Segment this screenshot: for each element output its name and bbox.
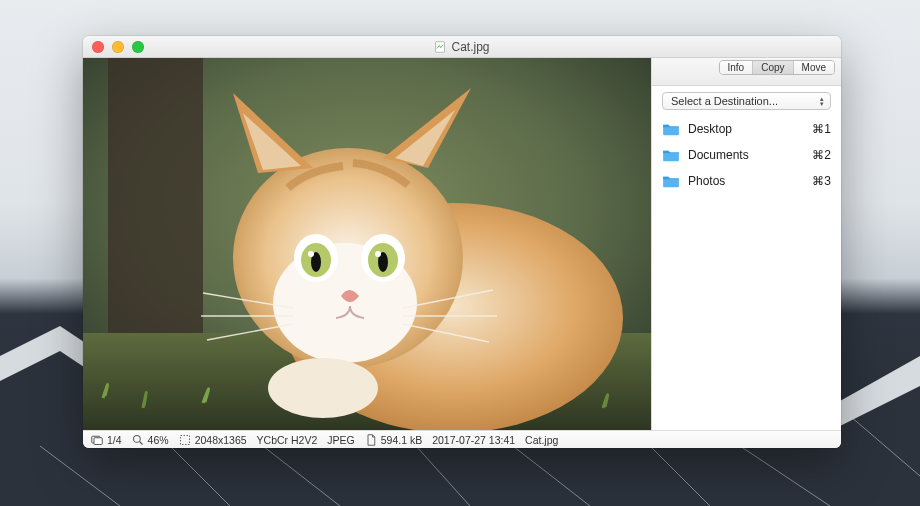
svg-rect-23 (94, 437, 102, 444)
svg-point-13 (308, 251, 314, 257)
maximize-button[interactable] (132, 41, 144, 53)
destination-shortcut: ⌘1 (812, 122, 831, 136)
svg-point-14 (375, 251, 381, 257)
window-title-text: Cat.jpg (451, 40, 489, 54)
svg-line-25 (139, 441, 142, 444)
status-colorspace: YCbCr H2V2 (257, 434, 318, 446)
images-icon (91, 434, 103, 446)
status-index: 1/4 (107, 434, 122, 446)
svg-rect-0 (436, 41, 445, 52)
content-area: Info Copy Move Select a Destination... ▴… (83, 58, 841, 430)
destination-shortcut: ⌘2 (812, 148, 831, 162)
status-zoom: 46% (148, 434, 169, 446)
window-controls (83, 41, 144, 53)
dimensions-icon (179, 434, 191, 446)
app-window: Cat.jpg (83, 36, 841, 448)
svg-point-21 (268, 358, 378, 418)
magnifier-icon (132, 434, 144, 446)
destination-item-documents[interactable]: Documents ⌘2 (658, 142, 835, 168)
titlebar[interactable]: Cat.jpg (83, 36, 841, 58)
status-index-group: 1/4 (91, 434, 122, 446)
destination-label: Documents (688, 148, 804, 162)
desktop-background: Cat.jpg (0, 0, 920, 506)
destination-label: Photos (688, 174, 804, 188)
status-size-group: 594.1 kB (365, 434, 422, 446)
tab-move[interactable]: Move (794, 61, 834, 74)
status-bar: 1/4 46% 2048x1365 YCbCr H2V2 JPEG (83, 430, 841, 448)
document-icon (434, 41, 446, 53)
destination-shortcut: ⌘3 (812, 174, 831, 188)
chevron-updown-icon: ▴▾ (820, 96, 824, 106)
destination-item-photos[interactable]: Photos ⌘3 (658, 168, 835, 194)
status-filename: Cat.jpg (525, 434, 558, 446)
folder-icon (662, 148, 680, 162)
window-title: Cat.jpg (83, 40, 841, 54)
destination-dropdown[interactable]: Select a Destination... ▴▾ (662, 92, 831, 110)
tab-copy[interactable]: Copy (753, 61, 793, 74)
status-dimensions: 2048x1365 (195, 434, 247, 446)
folder-icon (662, 122, 680, 136)
destination-item-desktop[interactable]: Desktop ⌘1 (658, 116, 835, 142)
status-datetime: 2017-07-27 13:41 (432, 434, 515, 446)
image-viewer[interactable] (83, 58, 651, 430)
sidebar-tabs: Info Copy Move (652, 58, 841, 86)
sidebar: Info Copy Move Select a Destination... ▴… (651, 58, 841, 430)
status-size: 594.1 kB (381, 434, 422, 446)
status-format: JPEG (327, 434, 354, 446)
image-preview-cat (83, 58, 651, 430)
tab-info[interactable]: Info (720, 61, 754, 74)
destination-list: Desktop ⌘1 Documents ⌘2 (652, 114, 841, 196)
status-zoom-group: 46% (132, 434, 169, 446)
minimize-button[interactable] (112, 41, 124, 53)
close-button[interactable] (92, 41, 104, 53)
tab-segmented-control: Info Copy Move (719, 60, 836, 75)
destination-label: Desktop (688, 122, 804, 136)
status-dimensions-group: 2048x1365 (179, 434, 247, 446)
file-icon (365, 434, 377, 446)
dropdown-label: Select a Destination... (671, 95, 778, 107)
folder-icon (662, 174, 680, 188)
svg-rect-26 (180, 435, 189, 444)
svg-point-24 (133, 435, 140, 442)
svg-rect-2 (108, 58, 203, 358)
